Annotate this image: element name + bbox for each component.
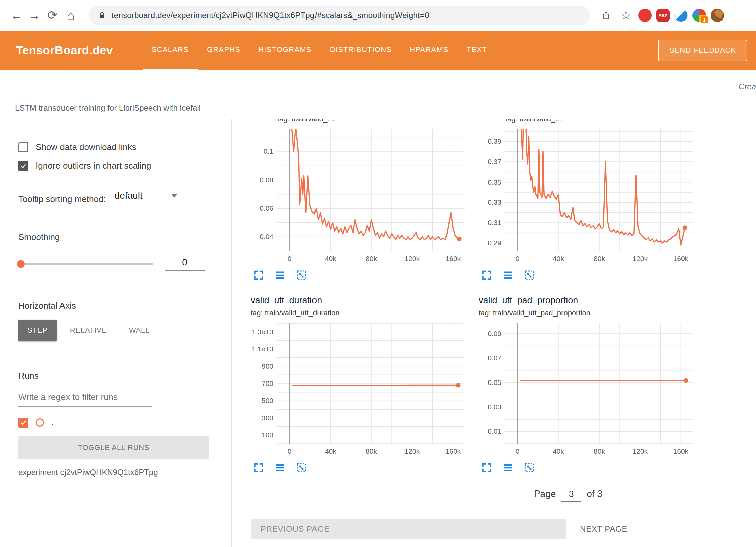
svg-text:0: 0 <box>288 447 292 455</box>
smoothing-value-field[interactable]: 0 <box>165 257 205 271</box>
svg-text:0.07: 0.07 <box>488 354 501 362</box>
show-download-links-row[interactable]: Show data download links <box>18 142 231 152</box>
experiment-id-text: experiment cj2vtPiwQHKN9Q1tx6PTpg <box>18 468 231 477</box>
page-number-input[interactable] <box>561 489 581 502</box>
fit-domain-icon[interactable] <box>523 269 535 281</box>
run-checkbox[interactable] <box>18 418 28 428</box>
chart-title: valid_utt_pad_proportion <box>479 295 697 306</box>
view-data-icon[interactable] <box>274 462 286 474</box>
scalar-chart[interactable]: 1003005007009001.1e+31.3e+3040k80k120k16… <box>251 321 469 457</box>
cookie-extension-icon[interactable] <box>711 9 724 22</box>
svg-text:0.39: 0.39 <box>488 137 501 145</box>
runs-filter-input[interactable] <box>18 390 152 407</box>
toggle-all-runs-button[interactable]: TOGGLE ALL RUNS <box>18 436 209 459</box>
chart-card: valid_utt_pad_proportion tag: train/vali… <box>479 295 697 474</box>
sidebar-divider <box>0 285 231 285</box>
fit-domain-icon[interactable] <box>523 462 535 474</box>
svg-text:0.05: 0.05 <box>488 378 501 386</box>
ignore-outliers-checkbox[interactable] <box>18 161 28 171</box>
fit-domain-icon[interactable] <box>295 269 307 281</box>
send-feedback-button[interactable]: SEND FEEDBACK <box>658 40 747 61</box>
svg-text:500: 500 <box>262 397 273 404</box>
app-logo[interactable]: TensorBoard.dev <box>16 44 113 57</box>
reload-icon[interactable] <box>43 6 61 24</box>
axis-relative-button[interactable]: RELATIVE <box>61 320 116 341</box>
expand-chart-icon[interactable] <box>481 269 493 281</box>
svg-text:0.09: 0.09 <box>488 330 501 337</box>
address-bar[interactable]: tensorboard.dev/experiment/cj2vtPiwQHKN9… <box>89 6 590 25</box>
view-data-icon[interactable] <box>502 269 514 281</box>
expand-chart-icon[interactable] <box>481 462 493 474</box>
axis-step-button[interactable]: STEP <box>18 320 57 341</box>
scalar-chart[interactable]: 0.010.030.050.070.09040k80k120k160k <box>479 321 697 457</box>
share-icon[interactable] <box>598 8 614 23</box>
svg-text:0.33: 0.33 <box>488 198 501 206</box>
tab-graphs[interactable]: GRAPHS <box>198 31 249 70</box>
show-download-links-label: Show data download links <box>36 142 136 152</box>
expand-chart-icon[interactable] <box>253 462 265 474</box>
adblock-extension-icon[interactable] <box>638 9 652 22</box>
bookmark-star-icon[interactable] <box>618 8 634 23</box>
svg-text:0.03: 0.03 <box>488 403 501 411</box>
svg-text:0.1: 0.1 <box>264 147 273 155</box>
tooltip-sorting-dropdown[interactable]: default <box>113 190 179 204</box>
pager-buttons: PREVIOUS PAGE NEXT PAGE <box>251 519 756 539</box>
svg-text:0.29: 0.29 <box>488 239 501 247</box>
color-extension-icon[interactable]: 1 <box>692 9 706 22</box>
back-icon[interactable] <box>7 6 25 24</box>
axis-wall-button[interactable]: WALL <box>120 320 159 341</box>
view-data-icon[interactable] <box>274 269 286 281</box>
previous-page-button[interactable]: PREVIOUS PAGE <box>251 519 566 539</box>
browser-toolbar: tensorboard.dev/experiment/cj2vtPiwQHKN9… <box>0 0 756 31</box>
svg-text:40k: 40k <box>325 255 336 262</box>
expand-chart-icon[interactable] <box>253 269 265 281</box>
ignore-outliers-row[interactable]: Ignore outliers in chart scaling <box>18 160 231 171</box>
fit-domain-icon[interactable] <box>295 462 307 474</box>
chart-toolbar <box>481 269 697 281</box>
svg-text:0.31: 0.31 <box>488 219 501 226</box>
smoothing-slider[interactable] <box>18 263 153 265</box>
sidebar-divider <box>0 356 231 356</box>
svg-text:0.06: 0.06 <box>260 204 273 212</box>
home-icon[interactable] <box>61 6 80 24</box>
show-download-links-checkbox[interactable] <box>18 142 28 152</box>
view-data-icon[interactable] <box>502 462 514 474</box>
forward-icon[interactable] <box>25 6 43 24</box>
page-label: Page <box>534 488 556 499</box>
svg-text:1.1e+3: 1.1e+3 <box>252 345 273 353</box>
tab-histograms[interactable]: HISTOGRAMS <box>249 31 321 70</box>
experiment-subheader: Crea LSTM transducer training for LibriS… <box>0 70 756 119</box>
svg-text:0.08: 0.08 <box>260 176 273 184</box>
scalar-chart[interactable]: 0.290.310.330.350.370.39040k80k120k160k <box>479 127 697 264</box>
main-nav: SCALARS GRAPHS HISTOGRAMS DISTRIBUTIONS … <box>143 31 496 70</box>
scalar-chart[interactable]: 0.040.060.080.1040k80k120k160k <box>251 127 469 264</box>
smoothing-slider-thumb[interactable] <box>17 260 25 268</box>
run-row[interactable]: . <box>18 417 231 428</box>
page-total-label: of 3 <box>587 488 602 499</box>
sidebar-divider <box>0 218 231 218</box>
chart-toolbar <box>253 269 469 281</box>
app-header: TensorBoard.dev SCALARS GRAPHS HISTOGRAM… <box>0 31 756 70</box>
runs-label: Runs <box>18 371 231 381</box>
tab-text[interactable]: TEXT <box>458 31 496 70</box>
clipped-chart-header: tag: train/valid_… <box>251 119 469 123</box>
browser-actions: ABP 1 <box>598 8 724 23</box>
svg-text:700: 700 <box>262 379 273 387</box>
chart-card: tag: train/valid_… 0.040.060.080.1040k80… <box>251 119 469 281</box>
tab-hparams[interactable]: HPARAMS <box>401 31 458 70</box>
next-page-button[interactable]: NEXT PAGE <box>580 524 627 534</box>
svg-text:0: 0 <box>288 255 292 262</box>
chart-tag: tag: train/valid_utt_duration <box>251 309 469 317</box>
abp-extension-icon[interactable]: ABP <box>656 9 670 22</box>
settings-sidebar: Show data download links Ignore outliers… <box>0 119 232 547</box>
check-icon <box>20 162 27 170</box>
clipped-tag-text: tag: train/valid_… <box>277 119 469 123</box>
tab-scalars[interactable]: SCALARS <box>143 31 198 70</box>
blue-extension-icon[interactable] <box>674 9 688 22</box>
tab-distributions[interactable]: DISTRIBUTIONS <box>321 31 401 70</box>
chart-tag: tag: train/valid_utt_pad_proportion <box>479 309 697 317</box>
extension-badge: 1 <box>701 16 708 23</box>
svg-text:160k: 160k <box>446 255 461 262</box>
chart-title: valid_utt_duration <box>251 295 469 306</box>
svg-text:0.01: 0.01 <box>488 427 501 435</box>
